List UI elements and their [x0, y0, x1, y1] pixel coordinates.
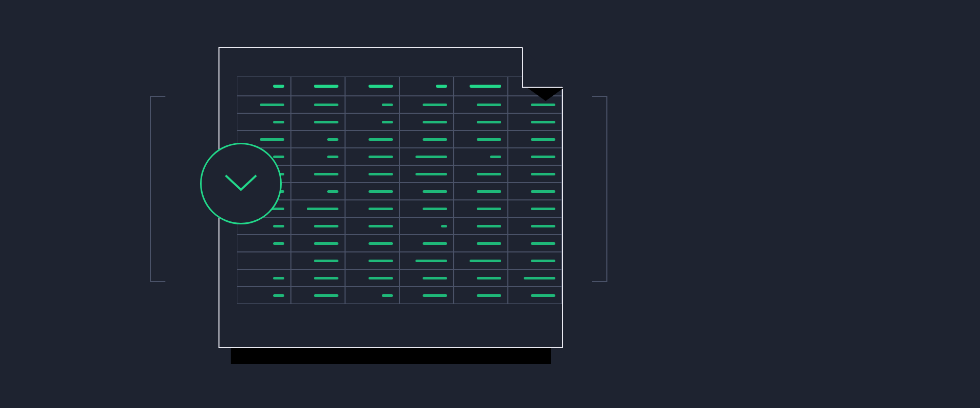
table-cell — [508, 200, 562, 217]
cell-bar — [423, 121, 447, 123]
table-cell — [291, 148, 345, 165]
table-cell — [291, 113, 345, 131]
table-cell — [237, 235, 291, 252]
table-cell — [400, 200, 454, 217]
table-row — [237, 183, 562, 200]
cell-bar — [531, 208, 555, 210]
cell-bar — [531, 138, 555, 141]
table-cell — [400, 131, 454, 148]
table-cell — [291, 252, 345, 269]
cell-bar — [260, 138, 284, 141]
table-cell — [454, 96, 508, 113]
cell-bar — [423, 190, 447, 193]
cell-bar — [477, 190, 501, 193]
table-cell — [508, 165, 562, 183]
cell-bar — [327, 138, 338, 141]
cell-bar — [524, 277, 555, 279]
cell-bar — [273, 121, 284, 123]
cell-bar — [423, 104, 447, 106]
table-row — [237, 165, 562, 183]
cell-bar — [531, 190, 555, 193]
table-cell — [508, 96, 562, 113]
cell-bar — [273, 294, 284, 297]
table-row — [237, 235, 562, 252]
table-cell — [291, 183, 345, 200]
cell-bar — [531, 173, 555, 175]
cell-bar — [423, 242, 447, 245]
header-bar — [470, 85, 501, 88]
table-header-cell — [345, 76, 399, 96]
table-cell — [345, 165, 399, 183]
cell-bar — [369, 260, 393, 262]
table-cell — [400, 148, 454, 165]
cell-bar — [369, 277, 393, 279]
table-cell — [291, 200, 345, 217]
cell-bar — [314, 173, 338, 175]
table-header-cell — [400, 76, 454, 96]
table-row — [237, 200, 562, 217]
table-cell — [291, 287, 345, 304]
table-cell — [508, 252, 562, 269]
table-cell — [345, 96, 399, 113]
left-bracket-icon — [150, 96, 165, 282]
right-bracket-icon — [592, 96, 607, 282]
table-cell — [454, 235, 508, 252]
table-cell — [508, 113, 562, 131]
cell-bar — [273, 225, 284, 227]
table-cell — [237, 287, 291, 304]
cell-bar — [477, 138, 501, 141]
table-cell — [508, 269, 562, 287]
table-cell — [291, 131, 345, 148]
cell-bar — [490, 156, 501, 158]
table-cell — [454, 183, 508, 200]
table-cell — [454, 269, 508, 287]
cell-bar — [531, 260, 555, 262]
cell-bar — [382, 104, 393, 106]
table-cell — [345, 287, 399, 304]
cell-bar — [477, 294, 501, 297]
cell-bar — [314, 277, 338, 279]
table-cell — [508, 148, 562, 165]
table-header-cell — [237, 76, 291, 96]
table-header-cell — [454, 76, 508, 96]
cell-bar — [423, 294, 447, 297]
folded-corner-icon — [522, 47, 563, 88]
cell-bar — [369, 190, 393, 193]
table-cell — [454, 287, 508, 304]
table-row — [237, 148, 562, 165]
table-cell — [291, 96, 345, 113]
cell-bar — [369, 138, 393, 141]
cell-bar — [369, 225, 393, 227]
header-bar — [369, 85, 393, 88]
document-shadow — [231, 348, 551, 364]
table-cell — [400, 287, 454, 304]
cell-bar — [382, 121, 393, 123]
table-row — [237, 96, 562, 113]
cell-bar — [327, 190, 338, 193]
cell-bar — [382, 294, 393, 297]
table-cell — [345, 269, 399, 287]
table-cell — [508, 287, 562, 304]
table-cell — [237, 113, 291, 131]
cell-bar — [415, 156, 447, 158]
table-cell — [237, 96, 291, 113]
table-cell — [345, 252, 399, 269]
table-cell — [400, 113, 454, 131]
table-cell — [400, 165, 454, 183]
cell-bar — [314, 242, 338, 245]
cell-bar — [477, 277, 501, 279]
cell-bar — [369, 208, 393, 210]
cell-bar — [477, 173, 501, 175]
badge-circle — [200, 143, 282, 224]
table-row — [237, 217, 562, 235]
table-cell — [454, 165, 508, 183]
header-bar — [314, 85, 338, 88]
table-cell — [454, 252, 508, 269]
table-cell — [291, 217, 345, 235]
table-cell — [508, 217, 562, 235]
table-cell — [345, 183, 399, 200]
chevron-down-icon — [223, 172, 259, 195]
cell-bar — [531, 294, 555, 297]
table-cell — [345, 148, 399, 165]
table-cell — [291, 235, 345, 252]
